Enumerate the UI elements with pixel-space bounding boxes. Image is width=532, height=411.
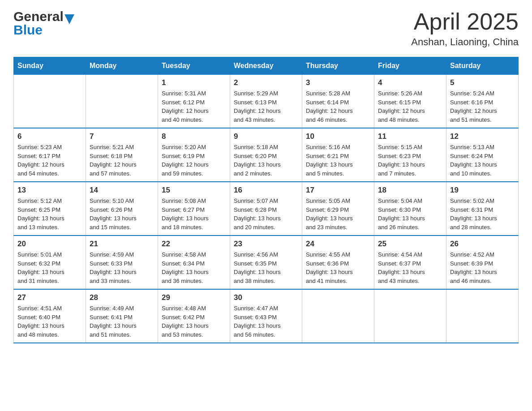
day-number: 23 — [234, 240, 298, 248]
day-number: 11 — [378, 132, 442, 141]
calendar-cell: 24Sunrise: 4:55 AM Sunset: 6:36 PM Dayli… — [302, 235, 374, 289]
day-number: 4 — [378, 78, 442, 87]
calendar-cell: 25Sunrise: 4:54 AM Sunset: 6:37 PM Dayli… — [374, 235, 446, 289]
calendar-cell: 29Sunrise: 4:48 AM Sunset: 6:42 PM Dayli… — [158, 289, 230, 343]
day-number: 18 — [378, 186, 442, 195]
calendar-cell: 27Sunrise: 4:51 AM Sunset: 6:40 PM Dayli… — [14, 289, 86, 343]
calendar-cell: 4Sunrise: 5:26 AM Sunset: 6:15 PM Daylig… — [374, 75, 446, 128]
page-header: General Blue April 2025 Anshan, Liaoning… — [13, 9, 519, 48]
day-number: 14 — [90, 186, 154, 195]
day-info: Sunrise: 5:01 AM Sunset: 6:32 PM Dayligh… — [17, 250, 82, 285]
calendar-cell: 3Sunrise: 5:28 AM Sunset: 6:14 PM Daylig… — [302, 75, 374, 128]
day-info: Sunrise: 5:13 AM Sunset: 6:24 PM Dayligh… — [450, 143, 515, 178]
logo-blue-text: Blue — [13, 22, 43, 38]
calendar-cell: 5Sunrise: 5:24 AM Sunset: 6:16 PM Daylig… — [446, 75, 519, 128]
calendar-cell: 17Sunrise: 5:05 AM Sunset: 6:29 PM Dayli… — [302, 182, 374, 235]
calendar-cell: 23Sunrise: 4:56 AM Sunset: 6:35 PM Dayli… — [230, 235, 302, 289]
day-info: Sunrise: 4:49 AM Sunset: 6:41 PM Dayligh… — [90, 304, 154, 339]
day-info: Sunrise: 4:51 AM Sunset: 6:40 PM Dayligh… — [17, 304, 82, 339]
calendar-cell — [86, 75, 158, 128]
day-info: Sunrise: 4:47 AM Sunset: 6:43 PM Dayligh… — [234, 304, 298, 339]
day-info: Sunrise: 4:56 AM Sunset: 6:35 PM Dayligh… — [234, 250, 298, 285]
day-info: Sunrise: 5:12 AM Sunset: 6:25 PM Dayligh… — [17, 197, 82, 231]
calendar-cell: 14Sunrise: 5:10 AM Sunset: 6:26 PM Dayli… — [86, 182, 158, 235]
page-subtitle: Anshan, Liaoning, China — [411, 36, 519, 48]
day-info: Sunrise: 5:04 AM Sunset: 6:30 PM Dayligh… — [378, 197, 442, 231]
weekday-header-monday: Monday — [86, 57, 158, 75]
calendar-cell: 22Sunrise: 4:58 AM Sunset: 6:34 PM Dayli… — [158, 235, 230, 289]
day-number: 30 — [234, 293, 298, 302]
calendar-cell — [302, 289, 374, 343]
calendar-cell: 30Sunrise: 4:47 AM Sunset: 6:43 PM Dayli… — [230, 289, 302, 343]
calendar-cell — [446, 289, 519, 343]
day-info: Sunrise: 5:07 AM Sunset: 6:28 PM Dayligh… — [234, 197, 298, 231]
day-number: 20 — [17, 240, 82, 248]
day-info: Sunrise: 5:29 AM Sunset: 6:13 PM Dayligh… — [234, 89, 298, 124]
calendar-cell: 1Sunrise: 5:31 AM Sunset: 6:12 PM Daylig… — [158, 75, 230, 128]
day-number: 9 — [234, 132, 298, 141]
day-info: Sunrise: 5:15 AM Sunset: 6:23 PM Dayligh… — [378, 143, 442, 178]
day-info: Sunrise: 4:52 AM Sunset: 6:39 PM Dayligh… — [450, 250, 515, 285]
calendar-cell — [374, 289, 446, 343]
calendar-cell — [14, 75, 86, 128]
day-info: Sunrise: 4:55 AM Sunset: 6:36 PM Dayligh… — [306, 250, 370, 285]
day-number: 22 — [162, 240, 226, 248]
calendar-cell: 16Sunrise: 5:07 AM Sunset: 6:28 PM Dayli… — [230, 182, 302, 235]
day-number: 6 — [17, 132, 82, 141]
day-info: Sunrise: 5:08 AM Sunset: 6:27 PM Dayligh… — [162, 197, 226, 231]
day-info: Sunrise: 5:20 AM Sunset: 6:19 PM Dayligh… — [162, 143, 226, 178]
page-title: April 2025 — [411, 9, 519, 34]
day-info: Sunrise: 5:21 AM Sunset: 6:18 PM Dayligh… — [90, 143, 154, 178]
weekday-header-sunday: Sunday — [14, 57, 86, 75]
day-number: 27 — [17, 293, 82, 302]
day-info: Sunrise: 5:24 AM Sunset: 6:16 PM Dayligh… — [450, 89, 515, 124]
day-info: Sunrise: 5:10 AM Sunset: 6:26 PM Dayligh… — [90, 197, 154, 231]
day-number: 24 — [306, 240, 370, 248]
day-number: 13 — [17, 186, 82, 195]
weekday-header-row: SundayMondayTuesdayWednesdayThursdayFrid… — [14, 57, 519, 75]
calendar-cell: 9Sunrise: 5:18 AM Sunset: 6:20 PM Daylig… — [230, 128, 302, 182]
day-number: 1 — [162, 78, 226, 87]
day-info: Sunrise: 5:18 AM Sunset: 6:20 PM Dayligh… — [234, 143, 298, 178]
calendar-cell: 18Sunrise: 5:04 AM Sunset: 6:30 PM Dayli… — [374, 182, 446, 235]
day-info: Sunrise: 5:23 AM Sunset: 6:17 PM Dayligh… — [17, 143, 82, 178]
calendar-cell: 19Sunrise: 5:02 AM Sunset: 6:31 PM Dayli… — [446, 182, 519, 235]
day-info: Sunrise: 5:26 AM Sunset: 6:15 PM Dayligh… — [378, 89, 442, 124]
calendar-cell: 2Sunrise: 5:29 AM Sunset: 6:13 PM Daylig… — [230, 75, 302, 128]
calendar-cell: 13Sunrise: 5:12 AM Sunset: 6:25 PM Dayli… — [14, 182, 86, 235]
day-info: Sunrise: 5:05 AM Sunset: 6:29 PM Dayligh… — [306, 197, 370, 231]
calendar-week-row: 20Sunrise: 5:01 AM Sunset: 6:32 PM Dayli… — [14, 235, 519, 289]
day-number: 10 — [306, 132, 370, 141]
day-number: 17 — [306, 186, 370, 195]
day-number: 21 — [90, 240, 154, 248]
calendar-cell: 15Sunrise: 5:08 AM Sunset: 6:27 PM Dayli… — [158, 182, 230, 235]
day-number: 26 — [450, 240, 515, 248]
calendar-week-row: 1Sunrise: 5:31 AM Sunset: 6:12 PM Daylig… — [14, 75, 519, 128]
calendar-cell: 8Sunrise: 5:20 AM Sunset: 6:19 PM Daylig… — [158, 128, 230, 182]
calendar-cell: 28Sunrise: 4:49 AM Sunset: 6:41 PM Dayli… — [86, 289, 158, 343]
day-info: Sunrise: 4:58 AM Sunset: 6:34 PM Dayligh… — [162, 250, 226, 285]
day-info: Sunrise: 4:54 AM Sunset: 6:37 PM Dayligh… — [378, 250, 442, 285]
logo-triangle-icon — [64, 14, 74, 24]
day-info: Sunrise: 5:28 AM Sunset: 6:14 PM Dayligh… — [306, 89, 370, 124]
svg-marker-0 — [64, 14, 74, 24]
weekday-header-thursday: Thursday — [302, 57, 374, 75]
calendar-cell: 10Sunrise: 5:16 AM Sunset: 6:21 PM Dayli… — [302, 128, 374, 182]
weekday-header-tuesday: Tuesday — [158, 57, 230, 75]
calendar-week-row: 6Sunrise: 5:23 AM Sunset: 6:17 PM Daylig… — [14, 128, 519, 182]
day-number: 16 — [234, 186, 298, 195]
day-info: Sunrise: 5:31 AM Sunset: 6:12 PM Dayligh… — [162, 89, 226, 124]
calendar-cell: 12Sunrise: 5:13 AM Sunset: 6:24 PM Dayli… — [446, 128, 519, 182]
weekday-header-friday: Friday — [374, 57, 446, 75]
weekday-header-wednesday: Wednesday — [230, 57, 302, 75]
day-number: 8 — [162, 132, 226, 141]
day-number: 3 — [306, 78, 370, 87]
calendar-cell: 11Sunrise: 5:15 AM Sunset: 6:23 PM Dayli… — [374, 128, 446, 182]
day-info: Sunrise: 4:48 AM Sunset: 6:42 PM Dayligh… — [162, 304, 226, 339]
day-number: 12 — [450, 132, 515, 141]
calendar-cell: 21Sunrise: 4:59 AM Sunset: 6:33 PM Dayli… — [86, 235, 158, 289]
calendar-cell: 26Sunrise: 4:52 AM Sunset: 6:39 PM Dayli… — [446, 235, 519, 289]
day-number: 29 — [162, 293, 226, 302]
title-block: April 2025 Anshan, Liaoning, China — [411, 9, 519, 48]
calendar-week-row: 27Sunrise: 4:51 AM Sunset: 6:40 PM Dayli… — [14, 289, 519, 343]
